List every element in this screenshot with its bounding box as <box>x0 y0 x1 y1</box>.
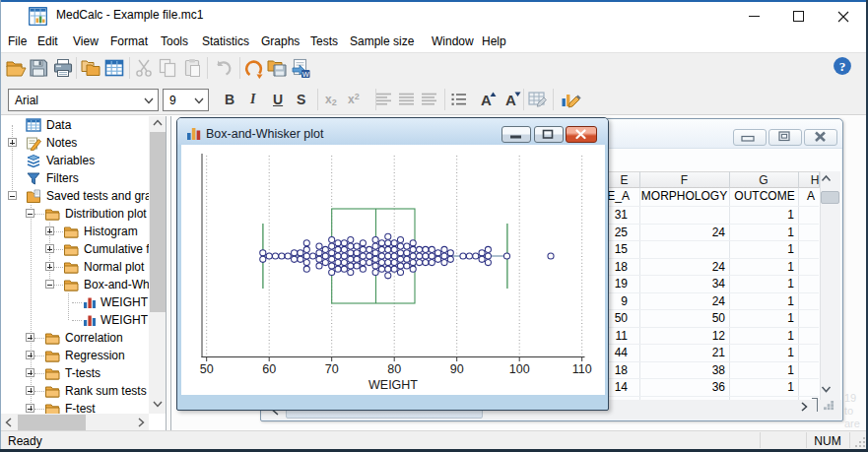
svg-text:A: A <box>481 92 492 108</box>
svg-text:W: W <box>302 70 310 79</box>
svg-text:WEIGHT: WEIGHT <box>368 378 418 392</box>
svg-text:A: A <box>505 92 516 108</box>
svg-text:80: 80 <box>387 362 401 376</box>
svg-text:110: 110 <box>571 362 591 376</box>
svg-text:100: 100 <box>508 362 529 376</box>
svg-text:?: ? <box>839 59 846 74</box>
svg-text:50: 50 <box>199 362 213 376</box>
svg-text:90: 90 <box>449 362 463 376</box>
svg-text:60: 60 <box>262 362 276 376</box>
svg-text:70: 70 <box>324 362 338 376</box>
